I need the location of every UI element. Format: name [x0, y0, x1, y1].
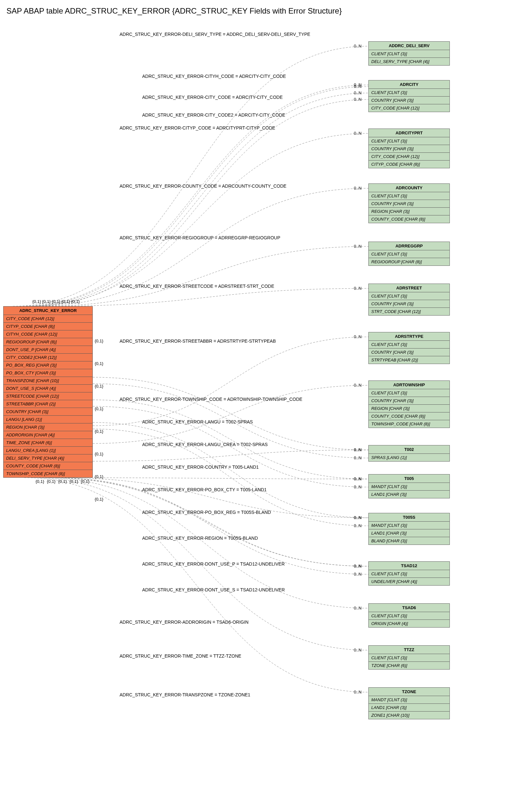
relation-label: ADRC_STRUC_KEY_ERROR-PO_BOX_REG = T005S-…	[142, 510, 271, 515]
entity-field: TOWNSHIP_CODE [CHAR (8)]	[369, 420, 449, 428]
entity-field: ORIGIN [CHAR (4)]	[369, 620, 449, 627]
cardinality-label: 0..N	[354, 383, 362, 387]
entity-field: COUNTRY [CHAR (3)]	[369, 200, 449, 208]
relation-label: ADRC_STRUC_KEY_ERROR-STREETCODE = ADRSTR…	[119, 284, 274, 289]
entity-field: CLIENT [CLNT (3)]	[369, 389, 449, 397]
cardinality-label: 0..N	[354, 647, 362, 652]
cardinality-label: {0,1}	[81, 479, 89, 484]
entity-field: STRTYPEAB [CHAR (2)]	[369, 356, 449, 364]
entity-main: ADRC_STRUC_KEY_ERROR CITY_CODE [CHAR (12…	[3, 306, 93, 478]
cardinality-label: 0..N	[354, 476, 362, 481]
entity-field: LANGU [LANG (1)]	[4, 416, 92, 424]
relation-label: ADRC_STRUC_KEY_ERROR-COUNTY_CODE = ADRCO…	[119, 183, 286, 188]
entity-field: PO_BOX_CTY [CHAR (3)]	[4, 369, 92, 377]
entity-adrcityprt: ADRCITYPRTCLIENT [CLNT (3)]COUNTRY [CHAR…	[369, 128, 450, 168]
entity-field: CLIENT [CLNT (3)]	[369, 570, 449, 578]
entity-field: MANDT [CLNT (3)]	[369, 522, 449, 529]
entity-field: DONT_USE_S [CHAR (4)]	[4, 385, 92, 393]
cardinality-label: {0,1}	[32, 299, 41, 304]
entity-adrcity: ADRCITYCLIENT [CLNT (3)]COUNTRY [CHAR (3…	[369, 80, 450, 112]
entity-field: COUNTRY [CHAR (3)]	[369, 397, 449, 405]
cardinality-label: {0,1}	[58, 479, 67, 484]
page-title: SAP ABAP table ADRC_STRUC_KEY_ERROR {ADR…	[6, 6, 518, 16]
entity-field: DONT_USE_P [CHAR (4)]	[4, 346, 92, 354]
entity-field: CLIENT [CLNT (3)]	[369, 137, 449, 145]
relation-label: ADRC_STRUC_KEY_ERROR-REGION = T005S-BLAN…	[142, 535, 258, 541]
entity-field: REGION [CHAR (3)]	[369, 405, 449, 412]
entity-ttzz: TTZZCLIENT [CLNT (3)]TZONE [CHAR (6)]	[369, 645, 450, 670]
relation-label: ADRC_STRUC_KEY_ERROR-PO_BOX_CTY = T005-L…	[142, 487, 267, 492]
cardinality-label: {0,1}	[95, 406, 103, 411]
entity-t005: T005MANDT [CLNT (3)]LAND1 [CHAR (3)]	[369, 474, 450, 498]
cardinality-label: 0..N	[354, 334, 362, 339]
cardinality-label: {0,1}	[42, 299, 51, 304]
entity-adrstreet: ADRSTREETCLIENT [CLNT (3)]COUNTRY [CHAR …	[369, 284, 450, 316]
cardinality-label: 0..N	[354, 286, 362, 291]
relation-label: ADRC_STRUC_KEY_ERROR-TRANSPZONE = TZONE-…	[119, 692, 250, 697]
entity-header: T005	[369, 474, 449, 483]
entity-field: COUNTRY [CHAR (3)]	[369, 349, 449, 356]
entity-field: ADDRORIGIN [CHAR (4)]	[4, 431, 92, 439]
entity-field: MANDT [CLNT (3)]	[369, 696, 449, 704]
cardinality-label: 0..N	[354, 84, 362, 89]
relation-label: ADRC_STRUC_KEY_ERROR-CITYP_CODE = ADRCIT…	[119, 125, 275, 130]
entity-field: COUNTRY [CHAR (3)]	[4, 408, 92, 416]
cardinality-label: {0,1}	[95, 361, 103, 366]
entity-field: CLIENT [CLNT (3)]	[369, 654, 449, 662]
entity-field: CLIENT [CLNT (3)]	[369, 192, 449, 200]
relation-label: ADRC_STRUC_KEY_ERROR-CITY_CODE = ADRCITY…	[142, 95, 283, 100]
relation-label: ADRC_STRUC_KEY_ERROR-STREETABBR = ADRSTR…	[119, 339, 276, 344]
cardinality-label: {0,1}	[61, 299, 70, 304]
entity-main-header: ADRC_STRUC_KEY_ERROR	[4, 307, 92, 315]
entity-field: CLIENT [CLNT (3)]	[369, 341, 449, 349]
cardinality-label: {0,1}	[95, 339, 103, 343]
entity-field: LAND1 [CHAR (3)]	[369, 704, 449, 712]
relation-label: ADRC_STRUC_KEY_ERROR-LANGU = T002-SPRAS	[142, 419, 253, 425]
cardinality-label: {0,1}	[35, 479, 44, 484]
entity-field: COUNTRY [CHAR (3)]	[369, 145, 449, 153]
entity-field: CITY_CODE [CHAR (12)]	[4, 315, 92, 323]
entity-field: STREETABBR [CHAR (2)]	[4, 400, 92, 408]
relation-label: ADRC_STRUC_KEY_ERROR-TIME_ZONE = TTZZ-TZ…	[119, 654, 241, 659]
entity-field: DELI_SERV_TYPE [CHAR (4)]	[369, 58, 449, 65]
entity-field: COUNTRY [CHAR (3)]	[369, 300, 449, 308]
entity-field: PO_BOX_REG [CHAR (3)]	[4, 361, 92, 369]
cardinality-label: 0..N	[354, 447, 362, 452]
entity-header: TTZZ	[369, 646, 449, 654]
entity-field: REGION [CHAR (3)]	[4, 424, 92, 431]
entity-header: ADRREGGRP	[369, 242, 449, 250]
entity-field: TIME_ZONE [CHAR (6)]	[4, 439, 92, 447]
relation-label: ADRC_STRUC_KEY_ERROR-DONT_USE_S = TSAD12…	[142, 587, 285, 592]
entity-adrtownship: ADRTOWNSHIPCLIENT [CLNT (3)]COUNTRY [CHA…	[369, 380, 450, 428]
entity-adrcounty: ADRCOUNTYCLIENT [CLNT (3)]COUNTRY [CHAR …	[369, 183, 450, 223]
entity-field: CITYH_CODE [CHAR (12)]	[4, 330, 92, 338]
cardinality-label: {0,1}	[47, 479, 56, 484]
entity-field: CITYP_CODE [CHAR (8)]	[369, 161, 449, 168]
relation-label: ADRC_STRUC_KEY_ERROR-DONT_USE_P = TSAD12…	[142, 561, 285, 567]
entity-tsad12: TSAD12CLIENT [CLNT (3)]UNDELIVER [CHAR (…	[369, 561, 450, 586]
entity-field: MANDT [CLNT (3)]	[369, 483, 449, 491]
entity-field: CITY_CODE2 [CHAR (12)]	[4, 354, 92, 361]
entity-header: TSAD6	[369, 604, 449, 612]
entity-field: REGIOGROUP [CHAR (8)]	[369, 258, 449, 265]
cardinality-label: 0..N	[354, 515, 362, 520]
entity-field: CLIENT [CLNT (3)]	[369, 292, 449, 300]
relation-label: ADRC_STRUC_KEY_ERROR-DELI_SERV_TYPE = AD…	[119, 32, 310, 37]
cardinality-label: {0,1}	[95, 429, 103, 434]
entity-adrstrtype: ADRSTRTYPECLIENT [CLNT (3)]COUNTRY [CHAR…	[369, 332, 450, 364]
entity-header: T005S	[369, 513, 449, 522]
cardinality-label: 0..N	[354, 186, 362, 191]
entity-field: TOWNSHIP_CODE [CHAR (8)]	[4, 470, 92, 477]
relation-label: ADRC_STRUC_KEY_ERROR-CITY_CODE2 = ADRCIT…	[142, 112, 285, 118]
relation-label: ADRC_STRUC_KEY_ERROR-LANGU_CREA = T002-S…	[142, 442, 268, 447]
cardinality-label: {0,1}	[95, 384, 103, 388]
entity-field: LANGU_CREA [LANG (1)]	[4, 447, 92, 455]
entity-t005s: T005SMANDT [CLNT (3)]LAND1 [CHAR (3)]BLA…	[369, 513, 450, 545]
entity-field: UNDELIVER [CHAR (4)]	[369, 578, 449, 585]
relation-label: ADRC_STRUC_KEY_ERROR-CITYH_CODE = ADRCIT…	[142, 74, 286, 79]
cardinality-label: 0..N	[354, 456, 362, 460]
entity-field: CITY_CODE [CHAR (12)]	[369, 104, 449, 112]
entity-tsad6: TSAD6CLIENT [CLNT (3)]ORIGIN [CHAR (4)]	[369, 603, 450, 628]
cardinality-label: {0,1}	[95, 452, 103, 456]
entity-field: LAND1 [CHAR (3)]	[369, 491, 449, 498]
